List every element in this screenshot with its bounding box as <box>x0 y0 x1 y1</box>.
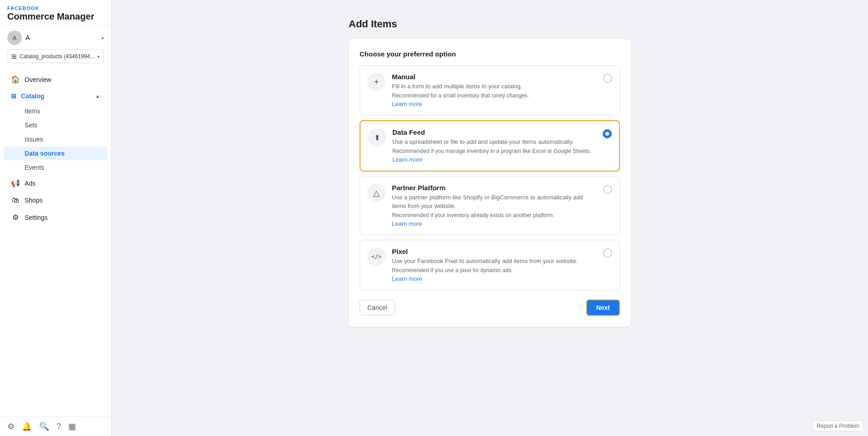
data-feed-radio[interactable] <box>603 129 612 138</box>
footer-panels-icon[interactable]: ▦ <box>68 421 76 431</box>
commerce-title: Commerce Manager <box>7 11 104 22</box>
partner-platform-rec: Recommended if your inventory already ex… <box>392 212 597 218</box>
partner-platform-title: Partner Platform <box>392 184 597 192</box>
manual-title: Manual <box>392 73 597 81</box>
data-feed-learn-more[interactable]: Learn more <box>392 156 422 163</box>
partner-platform-radio[interactable] <box>603 185 612 194</box>
sidebar-sets-label: Sets <box>25 122 37 129</box>
account-name: A <box>25 34 98 41</box>
sidebar-item-events[interactable]: Events <box>4 161 107 174</box>
option-data-feed[interactable]: ⬆ Data Feed Use a spreadsheet or file to… <box>360 120 620 172</box>
main-content: Add Items Choose your preferred option +… <box>112 0 868 436</box>
sidebar-item-shops[interactable]: 🛍 Shops <box>4 192 107 208</box>
sidebar-catalog-label: Catalog <box>21 92 44 100</box>
data-feed-text: Data Feed Use a spreadsheet or file to a… <box>392 128 596 163</box>
footer-bell-icon[interactable]: 🔔 <box>22 421 32 431</box>
grid-icon: ⊞ <box>11 53 17 60</box>
pixel-desc: Use your Facebook Pixel to automatically… <box>392 257 597 265</box>
report-problem-link[interactable]: Report a Problem <box>812 421 863 431</box>
sidebar-footer: ⚙ 🔔 🔍 ? ▦ <box>0 416 111 436</box>
partner-platform-text: Partner Platform Use a partner platform … <box>392 184 597 227</box>
manual-icon: + <box>367 73 386 91</box>
page-title: Add Items <box>349 18 631 30</box>
sidebar-item-ads[interactable]: 📢 Ads <box>4 175 107 192</box>
pixel-icon: </> <box>367 248 386 266</box>
pixel-radio[interactable] <box>603 248 612 258</box>
catalog-icon: ⊞ <box>11 92 16 100</box>
shops-icon: 🛍 <box>11 196 20 204</box>
sidebar-item-items[interactable]: Items <box>4 104 107 118</box>
card-subtitle: Choose your preferred option <box>360 50 620 58</box>
catalog-chevron-icon: ▾ <box>97 54 100 59</box>
sidebar-events-label: Events <box>25 164 44 171</box>
option-pixel[interactable]: </> Pixel Use your Facebook Pixel to aut… <box>360 240 620 290</box>
data-feed-desc: Use a spreadsheet or file to add and upd… <box>392 138 596 146</box>
sidebar-item-catalog[interactable]: ⊞ Catalog ▲ <box>4 88 107 104</box>
sidebar-item-data-sources[interactable]: Data sources <box>4 147 107 160</box>
partner-platform-learn-more[interactable]: Learn more <box>392 220 422 227</box>
sidebar: FACEBOOK Commerce Manager A A ▾ ⊞ Catalo… <box>0 0 112 436</box>
manual-text: Manual Fill in a form to add multiple it… <box>392 73 597 108</box>
manual-learn-more[interactable]: Learn more <box>392 101 422 107</box>
footer-settings-icon[interactable]: ⚙ <box>7 421 15 431</box>
sidebar-ads-label: Ads <box>25 180 36 187</box>
catalog-name: Catalog_products (43461994... <box>20 53 95 60</box>
manual-rec: Recommended for a small inventory that r… <box>392 92 597 99</box>
avatar: A <box>7 30 22 45</box>
sidebar-shops-label: Shops <box>25 197 43 204</box>
sidebar-header: FACEBOOK Commerce Manager <box>0 0 111 26</box>
sidebar-item-overview-label: Overview <box>25 76 51 83</box>
partner-platform-icon: △ <box>367 184 386 202</box>
pixel-text: Pixel Use your Facebook Pixel to automat… <box>392 248 597 283</box>
partner-platform-desc: Use a partner platform like Shopify or B… <box>392 193 597 210</box>
footer-help-icon[interactable]: ? <box>56 422 61 431</box>
card-footer: Cancel Next <box>360 299 620 316</box>
cancel-button[interactable]: Cancel <box>360 300 395 315</box>
settings-icon: ⚙ <box>11 213 20 222</box>
sidebar-datasources-label: Data sources <box>25 150 65 157</box>
pixel-title: Pixel <box>392 248 597 255</box>
next-button[interactable]: Next <box>586 299 620 316</box>
footer-search-icon[interactable]: 🔍 <box>39 421 49 431</box>
ads-icon: 📢 <box>11 179 20 188</box>
data-feed-title: Data Feed <box>392 128 596 136</box>
sidebar-settings-label: Settings <box>25 214 48 221</box>
chevron-down-icon: ▾ <box>102 35 104 41</box>
fb-label: FACEBOOK <box>7 5 104 11</box>
pixel-rec: Recommended if you use a pixel for dynam… <box>392 267 597 274</box>
catalog-expand-icon: ▲ <box>95 93 100 99</box>
sidebar-item-sets[interactable]: Sets <box>4 118 107 132</box>
manual-radio[interactable] <box>603 74 612 83</box>
sidebar-item-overview[interactable]: 🏠 Overview <box>4 71 107 88</box>
option-manual[interactable]: + Manual Fill in a form to add multiple … <box>360 65 620 116</box>
sidebar-items-label: Items <box>25 107 40 115</box>
account-selector[interactable]: A A ▾ <box>0 26 111 48</box>
manual-desc: Fill in a form to add multiple items to … <box>392 82 597 91</box>
pixel-learn-more[interactable]: Learn more <box>392 275 422 282</box>
sidebar-issues-label: Issues <box>25 136 43 143</box>
home-icon: 🏠 <box>11 75 20 84</box>
option-partner-platform[interactable]: △ Partner Platform Use a partner platfor… <box>360 176 620 235</box>
data-feed-icon: ⬆ <box>368 128 386 147</box>
sidebar-item-settings[interactable]: ⚙ Settings <box>4 209 107 226</box>
sidebar-nav: 🏠 Overview ⊞ Catalog ▲ Items Sets Issues… <box>0 67 111 416</box>
catalog-selector[interactable]: ⊞ Catalog_products (43461994... ▾ <box>7 50 104 63</box>
data-feed-rec: Recommended if you manage inventory in a… <box>392 148 596 154</box>
sidebar-item-issues[interactable]: Issues <box>4 132 107 146</box>
options-card: Choose your preferred option + Manual Fi… <box>349 39 631 327</box>
